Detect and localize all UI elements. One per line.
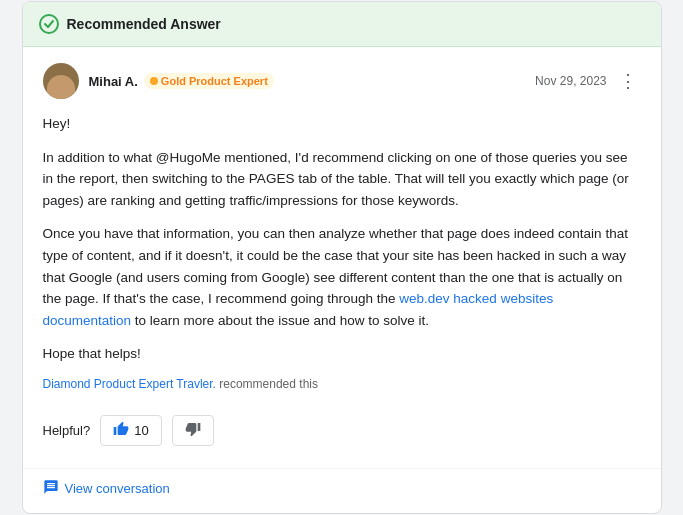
card-body: Mihai A. Gold Product Expert Nov 29, 202… — [23, 47, 661, 462]
post-date: Nov 29, 2023 — [535, 74, 606, 88]
recommender: Diamond Product Expert Travler. recommen… — [43, 377, 641, 391]
answer-card: Recommended Answer Mihai A. Gold Product… — [22, 1, 662, 514]
card-header: Recommended Answer — [23, 2, 661, 47]
badge-text: Gold Product Expert — [161, 75, 268, 87]
author-details: Mihai A. Gold Product Expert — [89, 73, 274, 89]
thumbs-down-button[interactable] — [172, 415, 214, 446]
chat-icon — [43, 479, 59, 499]
paragraph1: In addition to what @HugoMe mentioned, I… — [43, 147, 641, 212]
header-title: Recommended Answer — [67, 16, 221, 32]
author-right: Nov 29, 2023 ⋮ — [535, 70, 640, 92]
check-icon — [39, 14, 59, 34]
recommender-link[interactable]: Diamond Product Expert Travler. — [43, 377, 216, 391]
author-left: Mihai A. Gold Product Expert — [43, 63, 274, 99]
thumbs-up-count: 10 — [134, 423, 148, 438]
more-options-button[interactable]: ⋮ — [615, 70, 641, 92]
badge-dot — [150, 77, 158, 85]
author-info: Mihai A. Gold Product Expert — [89, 73, 274, 89]
recommender-text: recommended this — [216, 377, 318, 391]
answer-content: Hey! In addition to what @HugoMe mention… — [43, 113, 641, 365]
closing: Hope that helps! — [43, 343, 641, 365]
footer-row: View conversation — [23, 468, 661, 513]
badge: Gold Product Expert — [144, 73, 274, 89]
avatar — [43, 63, 79, 99]
author-name: Mihai A. — [89, 74, 138, 89]
greeting: Hey! — [43, 113, 641, 135]
paragraph2-after: to learn more about the issue and how to… — [131, 313, 429, 328]
thumbs-down-icon — [185, 421, 201, 440]
helpful-row: Helpful? 10 — [43, 405, 641, 446]
helpful-label: Helpful? — [43, 423, 91, 438]
thumbs-up-icon — [113, 421, 129, 440]
paragraph2: Once you have that information, you can … — [43, 223, 641, 331]
author-row: Mihai A. Gold Product Expert Nov 29, 202… — [43, 63, 641, 99]
thumbs-up-button[interactable]: 10 — [100, 415, 161, 446]
view-conversation-link[interactable]: View conversation — [65, 481, 170, 496]
